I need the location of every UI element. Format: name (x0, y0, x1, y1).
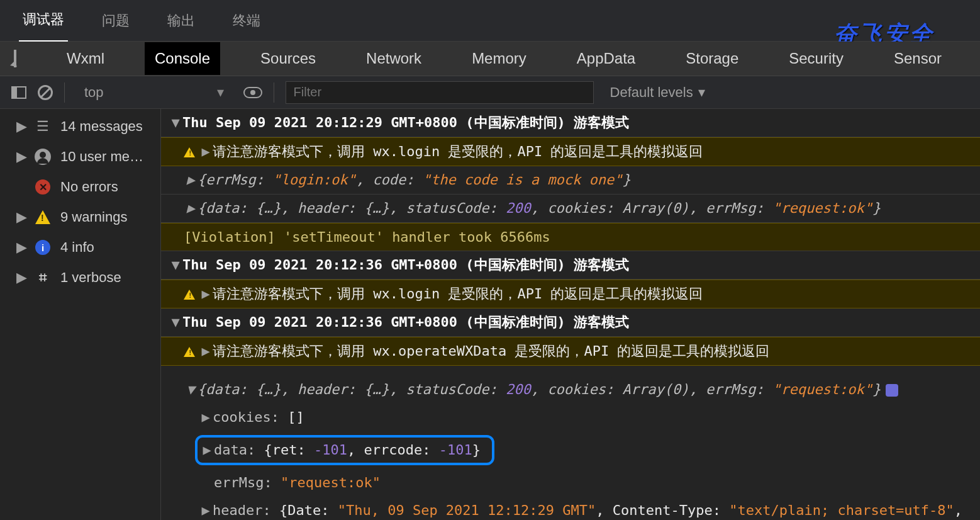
expand-icon: ▶ (184, 198, 198, 218)
tab-problems[interactable]: 问题 (98, 0, 133, 42)
separator (274, 82, 274, 103)
log-group-header[interactable]: ▼Thu Sep 09 2021 20:12:29 GMT+0800 (中国标准… (161, 109, 980, 137)
panel-memory[interactable]: Memory (462, 42, 537, 75)
object-property[interactable]: errMsg: "request:ok" (161, 469, 980, 497)
live-expression-icon[interactable] (243, 87, 262, 98)
context-value: top (84, 84, 104, 101)
devtools-panel-bar: Wxml Console Sources Network Memory AppD… (0, 42, 980, 76)
object-property[interactable]: ▶cookies: [] (161, 404, 980, 431)
sidebar-item-label: No errors (60, 179, 118, 195)
object-property-data[interactable]: ▶data: {ret: -101, errcode: -101} (161, 431, 980, 469)
expand-icon: ▶ (16, 209, 25, 225)
expand-icon: ▶ (199, 341, 213, 361)
group-title: Thu Sep 09 2021 20:12:36 GMT+0800 (中国标准时… (182, 257, 629, 273)
top-tab-bar: 调试器 问题 输出 终端 (0, 0, 980, 42)
collapse-icon: ▼ (169, 113, 182, 133)
sidebar-item-label: 14 messages (60, 118, 143, 135)
toggle-sidebar-icon[interactable] (11, 86, 26, 99)
highlight-box: ▶data: {ret: -101, errcode: -101} (195, 435, 494, 465)
collapse-icon: ▼ (169, 255, 182, 275)
messages-icon: ☰ (34, 118, 52, 135)
copy-icon[interactable] (886, 384, 898, 397)
sidebar-item-warnings[interactable]: ▶ 9 warnings (0, 202, 160, 232)
collapse-icon: ▼ (184, 380, 198, 400)
panel-storage[interactable]: Storage (676, 42, 749, 75)
inspect-element-icon[interactable] (14, 50, 16, 67)
violation-text: [Violation] 'setTimeout' handler took 65… (184, 229, 550, 245)
tab-output[interactable]: 输出 (164, 0, 199, 42)
panel-sources[interactable]: Sources (250, 42, 326, 75)
expand-icon: ▶ (16, 239, 25, 256)
context-select[interactable]: top ▾ (76, 80, 232, 105)
verbose-icon: ⌗ (34, 269, 52, 286)
expand-icon: ▶ (16, 118, 25, 135)
collapse-icon: ▼ (169, 312, 182, 332)
panel-appdata[interactable]: AppData (567, 42, 645, 75)
expand-icon: ▶ (199, 500, 213, 520)
sidebar-item-label: 4 info (60, 239, 94, 256)
console-toolbar: top ▾ Default levels ▾ (0, 76, 980, 109)
filter-input[interactable] (286, 81, 594, 104)
panel-security[interactable]: Security (779, 42, 854, 75)
sidebar-item-verbose[interactable]: ▶ ⌗ 1 verbose (0, 263, 160, 293)
object-property[interactable]: ▶header: {Date: "Thu, 09 Sep 2021 12:12:… (161, 497, 980, 520)
tab-terminal[interactable]: 终端 (229, 0, 264, 42)
separator (64, 82, 65, 103)
info-icon: i (34, 239, 52, 256)
levels-label: Default levels (610, 84, 693, 101)
log-warning[interactable]: ▶请注意游客模式下，调用 wx.operateWXData 是受限的，API 的… (161, 337, 980, 366)
log-levels-select[interactable]: Default levels ▾ (610, 84, 705, 101)
log-group-header[interactable]: ▼Thu Sep 09 2021 20:12:36 GMT+0800 (中国标准… (161, 308, 980, 337)
log-object[interactable]: ▶{errMsg: "login:ok", code: "the code is… (161, 166, 980, 195)
chevron-down-icon: ▾ (698, 84, 705, 101)
log-group-header[interactable]: ▼Thu Sep 09 2021 20:12:36 GMT+0800 (中国标准… (161, 251, 980, 280)
expand-icon: ▶ (184, 170, 198, 190)
warning-text: 请注意游客模式下，调用 wx.operateWXData 是受限的，API 的返… (213, 343, 769, 359)
sidebar-item-label: 10 user me… (60, 149, 143, 165)
group-title: Thu Sep 09 2021 20:12:36 GMT+0800 (中国标准时… (182, 314, 629, 330)
warning-text: 请注意游客模式下，调用 wx.login 是受限的，API 的返回是工具的模拟返… (213, 286, 703, 302)
warning-icon (184, 147, 195, 157)
log-violation: [Violation] 'setTimeout' handler took 65… (161, 223, 980, 252)
log-object-expanded[interactable]: ▼{data: {…}, header: {…}, statusCode: 20… (161, 366, 980, 404)
console-sidebar: ▶ ☰ 14 messages ▶ 10 user me… ✕ No error… (0, 109, 161, 520)
group-title: Thu Sep 09 2021 20:12:29 GMT+0800 (中国标准时… (182, 115, 629, 130)
console-output: ▼Thu Sep 09 2021 20:12:29 GMT+0800 (中国标准… (161, 109, 980, 520)
warning-icon (184, 290, 195, 300)
sidebar-item-errors[interactable]: ✕ No errors (0, 172, 160, 202)
sidebar-item-info[interactable]: ▶ i 4 info (0, 232, 160, 263)
expand-icon: ▶ (199, 284, 213, 304)
tab-debugger[interactable]: 调试器 (19, 0, 68, 42)
expand-icon: ▶ (199, 142, 213, 162)
sidebar-item-user-messages[interactable]: ▶ 10 user me… (0, 142, 160, 172)
warning-icon (34, 208, 52, 226)
warning-text: 请注意游客模式下，调用 wx.login 是受限的，API 的返回是工具的模拟返… (213, 144, 703, 159)
log-warning[interactable]: ▶请注意游客模式下，调用 wx.login 是受限的，API 的返回是工具的模拟… (161, 280, 980, 308)
error-icon: ✕ (34, 178, 52, 196)
clear-console-icon[interactable] (38, 85, 53, 100)
expand-icon: ▶ (16, 269, 25, 286)
expand-icon: ▶ (16, 149, 25, 165)
panel-console[interactable]: Console (145, 42, 220, 75)
log-object[interactable]: ▶{data: {…}, header: {…}, statusCode: 20… (161, 195, 980, 223)
log-warning[interactable]: ▶请注意游客模式下，调用 wx.login 是受限的，API 的返回是工具的模拟… (161, 137, 980, 166)
sidebar-item-label: 9 warnings (60, 209, 127, 225)
panel-wxml[interactable]: Wxml (57, 42, 114, 75)
panel-sensor[interactable]: Sensor (884, 42, 952, 75)
chevron-down-icon: ▾ (217, 84, 224, 101)
panel-network[interactable]: Network (356, 42, 432, 75)
sidebar-item-label: 1 verbose (60, 269, 121, 286)
sidebar-item-messages[interactable]: ▶ ☰ 14 messages (0, 111, 160, 142)
warning-icon (184, 347, 195, 357)
expand-icon: ▶ (199, 407, 213, 427)
user-icon (34, 148, 52, 166)
expand-icon: ▶ (200, 440, 214, 460)
